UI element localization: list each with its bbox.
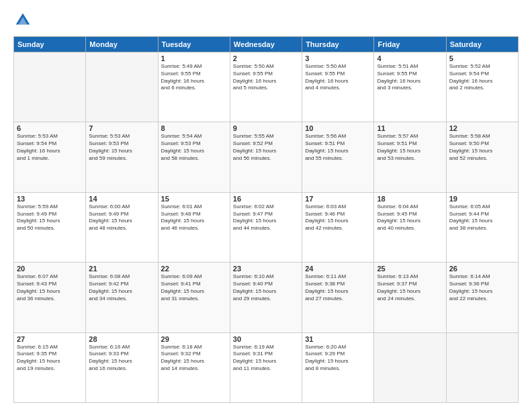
calendar-header-tuesday: Tuesday xyxy=(158,37,230,52)
calendar-cell: 11Sunrise: 5:57 AM Sunset: 9:51 PM Dayli… xyxy=(374,122,446,192)
day-number: 2 xyxy=(233,54,299,62)
calendar-header-sunday: Sunday xyxy=(14,37,86,52)
calendar-cell: 26Sunrise: 6:14 AM Sunset: 9:36 PM Dayli… xyxy=(446,263,518,332)
calendar-header-thursday: Thursday xyxy=(302,37,374,52)
day-info: Sunrise: 5:59 AM Sunset: 9:49 PM Dayligh… xyxy=(17,203,83,232)
calendar-cell: 30Sunrise: 6:19 AM Sunset: 9:31 PM Dayli… xyxy=(230,332,302,402)
calendar-week-5: 27Sunrise: 6:15 AM Sunset: 9:35 PM Dayli… xyxy=(14,332,519,402)
day-info: Sunrise: 5:55 AM Sunset: 9:52 PM Dayligh… xyxy=(233,133,299,162)
calendar-cell xyxy=(446,332,518,402)
day-info: Sunrise: 6:08 AM Sunset: 9:42 PM Dayligh… xyxy=(89,273,154,302)
day-number: 21 xyxy=(89,265,154,273)
calendar-week-1: 1Sunrise: 5:49 AM Sunset: 9:55 PM Daylig… xyxy=(14,52,519,122)
day-number: 10 xyxy=(305,124,371,132)
day-number: 7 xyxy=(89,124,154,132)
calendar-cell: 8Sunrise: 5:54 AM Sunset: 9:53 PM Daylig… xyxy=(158,122,230,192)
header xyxy=(13,11,519,30)
day-info: Sunrise: 5:57 AM Sunset: 9:51 PM Dayligh… xyxy=(377,133,443,162)
day-info: Sunrise: 6:14 AM Sunset: 9:36 PM Dayligh… xyxy=(449,273,515,302)
day-info: Sunrise: 6:13 AM Sunset: 9:37 PM Dayligh… xyxy=(377,273,443,302)
calendar-cell: 10Sunrise: 5:56 AM Sunset: 9:51 PM Dayli… xyxy=(302,122,374,192)
day-number: 4 xyxy=(377,54,443,62)
day-info: Sunrise: 5:53 AM Sunset: 9:53 PM Dayligh… xyxy=(89,133,154,162)
calendar-cell: 23Sunrise: 6:10 AM Sunset: 9:40 PM Dayli… xyxy=(230,263,302,332)
day-number: 17 xyxy=(305,195,371,203)
calendar-cell: 29Sunrise: 6:18 AM Sunset: 9:32 PM Dayli… xyxy=(158,332,230,402)
calendar-cell: 17Sunrise: 6:03 AM Sunset: 9:46 PM Dayli… xyxy=(302,192,374,262)
page: SundayMondayTuesdayWednesdayThursdayFrid… xyxy=(0,0,532,411)
day-number: 27 xyxy=(17,335,83,343)
calendar-cell: 31Sunrise: 6:20 AM Sunset: 9:29 PM Dayli… xyxy=(302,332,374,402)
calendar: SundayMondayTuesdayWednesdayThursdayFrid… xyxy=(13,36,519,403)
calendar-cell: 15Sunrise: 6:01 AM Sunset: 9:48 PM Dayli… xyxy=(158,192,230,262)
day-info: Sunrise: 6:11 AM Sunset: 9:38 PM Dayligh… xyxy=(305,273,371,302)
day-info: Sunrise: 6:15 AM Sunset: 9:35 PM Dayligh… xyxy=(17,344,83,373)
calendar-cell: 2Sunrise: 5:50 AM Sunset: 9:55 PM Daylig… xyxy=(230,52,302,122)
day-info: Sunrise: 6:16 AM Sunset: 9:33 PM Dayligh… xyxy=(89,344,154,373)
day-number: 20 xyxy=(17,265,83,273)
day-number: 12 xyxy=(449,124,515,132)
calendar-cell: 13Sunrise: 5:59 AM Sunset: 9:49 PM Dayli… xyxy=(14,192,86,262)
day-number: 23 xyxy=(233,265,299,273)
calendar-cell: 3Sunrise: 5:50 AM Sunset: 9:55 PM Daylig… xyxy=(302,52,374,122)
calendar-cell xyxy=(86,52,158,122)
day-number: 8 xyxy=(161,124,227,132)
calendar-cell: 9Sunrise: 5:55 AM Sunset: 9:52 PM Daylig… xyxy=(230,122,302,192)
calendar-cell: 1Sunrise: 5:49 AM Sunset: 9:55 PM Daylig… xyxy=(158,52,230,122)
day-number: 11 xyxy=(377,124,443,132)
day-number: 25 xyxy=(377,265,443,273)
day-info: Sunrise: 5:49 AM Sunset: 9:55 PM Dayligh… xyxy=(161,63,227,92)
day-info: Sunrise: 5:53 AM Sunset: 9:54 PM Dayligh… xyxy=(17,133,83,162)
calendar-cell: 20Sunrise: 6:07 AM Sunset: 9:43 PM Dayli… xyxy=(14,263,86,332)
calendar-cell: 27Sunrise: 6:15 AM Sunset: 9:35 PM Dayli… xyxy=(14,332,86,402)
calendar-cell: 12Sunrise: 5:58 AM Sunset: 9:50 PM Dayli… xyxy=(446,122,518,192)
day-info: Sunrise: 5:50 AM Sunset: 9:55 PM Dayligh… xyxy=(233,63,299,92)
calendar-week-4: 20Sunrise: 6:07 AM Sunset: 9:43 PM Dayli… xyxy=(14,263,519,332)
day-number: 28 xyxy=(89,335,154,343)
day-info: Sunrise: 5:56 AM Sunset: 9:51 PM Dayligh… xyxy=(305,133,371,162)
calendar-cell: 18Sunrise: 6:04 AM Sunset: 9:45 PM Dayli… xyxy=(374,192,446,262)
calendar-header-monday: Monday xyxy=(86,37,158,52)
day-info: Sunrise: 6:03 AM Sunset: 9:46 PM Dayligh… xyxy=(305,203,371,232)
calendar-cell xyxy=(374,332,446,402)
calendar-week-2: 6Sunrise: 5:53 AM Sunset: 9:54 PM Daylig… xyxy=(14,122,519,192)
calendar-cell xyxy=(14,52,86,122)
day-info: Sunrise: 6:04 AM Sunset: 9:45 PM Dayligh… xyxy=(377,203,443,232)
day-number: 9 xyxy=(233,124,299,132)
day-number: 3 xyxy=(305,54,371,62)
calendar-cell: 7Sunrise: 5:53 AM Sunset: 9:53 PM Daylig… xyxy=(86,122,158,192)
day-info: Sunrise: 6:01 AM Sunset: 9:48 PM Dayligh… xyxy=(161,203,227,232)
logo xyxy=(13,11,35,30)
day-info: Sunrise: 5:51 AM Sunset: 9:55 PM Dayligh… xyxy=(377,63,443,92)
calendar-cell: 28Sunrise: 6:16 AM Sunset: 9:33 PM Dayli… xyxy=(86,332,158,402)
calendar-header-saturday: Saturday xyxy=(446,37,518,52)
calendar-cell: 21Sunrise: 6:08 AM Sunset: 9:42 PM Dayli… xyxy=(86,263,158,332)
day-number: 19 xyxy=(449,195,515,203)
calendar-cell: 14Sunrise: 6:00 AM Sunset: 9:49 PM Dayli… xyxy=(86,192,158,262)
day-info: Sunrise: 6:19 AM Sunset: 9:31 PM Dayligh… xyxy=(233,344,299,373)
day-info: Sunrise: 5:58 AM Sunset: 9:50 PM Dayligh… xyxy=(449,133,515,162)
day-number: 29 xyxy=(161,335,227,343)
day-info: Sunrise: 6:00 AM Sunset: 9:49 PM Dayligh… xyxy=(89,203,154,232)
day-info: Sunrise: 6:02 AM Sunset: 9:47 PM Dayligh… xyxy=(233,203,299,232)
day-number: 31 xyxy=(305,335,371,343)
day-info: Sunrise: 6:07 AM Sunset: 9:43 PM Dayligh… xyxy=(17,273,83,302)
day-info: Sunrise: 5:52 AM Sunset: 9:54 PM Dayligh… xyxy=(449,63,515,92)
calendar-header-wednesday: Wednesday xyxy=(230,37,302,52)
logo-icon xyxy=(13,11,32,30)
calendar-cell: 24Sunrise: 6:11 AM Sunset: 9:38 PM Dayli… xyxy=(302,263,374,332)
calendar-header-row: SundayMondayTuesdayWednesdayThursdayFrid… xyxy=(14,37,519,52)
calendar-cell: 25Sunrise: 6:13 AM Sunset: 9:37 PM Dayli… xyxy=(374,263,446,332)
calendar-header-friday: Friday xyxy=(374,37,446,52)
day-number: 5 xyxy=(449,54,515,62)
calendar-cell: 6Sunrise: 5:53 AM Sunset: 9:54 PM Daylig… xyxy=(14,122,86,192)
day-number: 30 xyxy=(233,335,299,343)
day-info: Sunrise: 5:50 AM Sunset: 9:55 PM Dayligh… xyxy=(305,63,371,92)
day-number: 6 xyxy=(17,124,83,132)
day-info: Sunrise: 6:09 AM Sunset: 9:41 PM Dayligh… xyxy=(161,273,227,302)
day-number: 24 xyxy=(305,265,371,273)
calendar-cell: 4Sunrise: 5:51 AM Sunset: 9:55 PM Daylig… xyxy=(374,52,446,122)
day-info: Sunrise: 6:20 AM Sunset: 9:29 PM Dayligh… xyxy=(305,344,371,373)
day-info: Sunrise: 6:10 AM Sunset: 9:40 PM Dayligh… xyxy=(233,273,299,302)
day-number: 1 xyxy=(161,54,227,62)
